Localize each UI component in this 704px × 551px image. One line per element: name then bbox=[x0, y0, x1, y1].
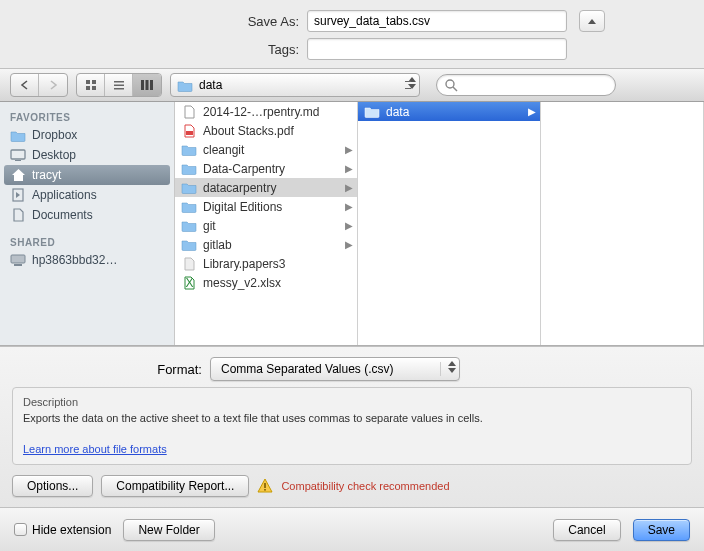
chevron-left-icon bbox=[20, 80, 29, 90]
list-view-button[interactable] bbox=[105, 74, 133, 96]
svg-line-11 bbox=[453, 87, 457, 91]
save-button[interactable]: Save bbox=[633, 519, 690, 541]
compatibility-warning: Compatibility check recommended bbox=[281, 480, 449, 492]
file-item-label: git bbox=[203, 219, 216, 233]
svg-rect-9 bbox=[150, 80, 153, 90]
search-icon bbox=[445, 79, 458, 92]
location-popup[interactable]: data bbox=[170, 73, 420, 97]
options-row: Options... Compatibility Report... Compa… bbox=[12, 475, 692, 497]
checkbox-box bbox=[14, 523, 27, 536]
file-item[interactable]: git▶ bbox=[175, 216, 357, 235]
chevron-right-icon: ▶ bbox=[345, 182, 353, 193]
sidebar-item-desktop[interactable]: Desktop bbox=[0, 145, 174, 165]
updown-icon bbox=[448, 361, 456, 373]
options-button[interactable]: Options... bbox=[12, 475, 93, 497]
app-icon bbox=[10, 188, 26, 202]
svg-rect-8 bbox=[146, 80, 149, 90]
forward-button[interactable] bbox=[39, 74, 67, 96]
format-panel: Format: Comma Separated Values (.csv) De… bbox=[0, 346, 704, 507]
file-item-label: Data-Carpentry bbox=[203, 162, 285, 176]
saveas-label: Save As: bbox=[99, 14, 299, 29]
file-item-label: About Stacks.pdf bbox=[203, 124, 294, 138]
back-button[interactable] bbox=[11, 74, 39, 96]
chevron-right-icon: ▶ bbox=[345, 201, 353, 212]
column-1[interactable]: 2014-12-…rpentry.mdAbout Stacks.pdfclean… bbox=[175, 102, 358, 345]
format-label: Format: bbox=[12, 362, 202, 377]
format-popup[interactable]: Comma Separated Values (.csv) bbox=[210, 357, 460, 381]
file-item[interactable]: 2014-12-…rpentry.md bbox=[175, 102, 357, 121]
sidebar: FAVORITES DropboxDesktoptracytApplicatio… bbox=[0, 102, 175, 345]
file-item-label: gitlab bbox=[203, 238, 232, 252]
folder-icon bbox=[177, 79, 193, 92]
doc-icon bbox=[10, 208, 26, 222]
location-label: data bbox=[199, 78, 222, 92]
favorites-header: FAVORITES bbox=[0, 108, 174, 125]
column-view-button[interactable] bbox=[133, 74, 161, 96]
file-item-label: Library.papers3 bbox=[203, 257, 286, 271]
sidebar-item-dropbox[interactable]: Dropbox bbox=[0, 125, 174, 145]
file-item[interactable]: Digital Editions▶ bbox=[175, 197, 357, 216]
file-item-label: datacarpentry bbox=[203, 181, 276, 195]
folder-icon bbox=[181, 181, 197, 195]
sidebar-item-tracyt[interactable]: tracyt bbox=[4, 165, 170, 185]
warning-icon bbox=[257, 478, 273, 494]
hide-extension-checkbox[interactable]: Hide extension bbox=[14, 523, 111, 537]
toolbar: data bbox=[0, 68, 704, 102]
file-item-label: messy_v2.xlsx bbox=[203, 276, 281, 290]
hide-extension-label: Hide extension bbox=[32, 523, 111, 537]
file-gray-icon bbox=[181, 257, 197, 271]
learn-more-link[interactable]: Learn more about file formats bbox=[23, 443, 167, 455]
nav-history bbox=[10, 73, 68, 97]
file-item[interactable]: gitlab▶ bbox=[175, 235, 357, 254]
file-item-label: data bbox=[386, 105, 409, 119]
saveas-input[interactable] bbox=[307, 10, 567, 32]
file-item-label: 2014-12-…rpentry.md bbox=[203, 105, 320, 119]
new-folder-button[interactable]: New Folder bbox=[123, 519, 214, 541]
svg-rect-6 bbox=[114, 88, 124, 90]
bottom-bar: Hide extension New Folder Cancel Save bbox=[0, 507, 704, 551]
tags-input[interactable] bbox=[307, 38, 567, 60]
icon-view-button[interactable] bbox=[77, 74, 105, 96]
folder-icon bbox=[181, 219, 197, 233]
search-input[interactable] bbox=[458, 78, 607, 92]
folder-icon bbox=[364, 105, 380, 119]
sidebar-item-label: Dropbox bbox=[32, 128, 77, 142]
folder-icon bbox=[181, 162, 197, 176]
svg-rect-15 bbox=[11, 255, 25, 263]
format-row: Format: Comma Separated Values (.csv) bbox=[12, 357, 692, 381]
file-item[interactable]: Library.papers3 bbox=[175, 254, 357, 273]
folder-icon bbox=[181, 143, 197, 157]
file-item[interactable]: Data-Carpentry▶ bbox=[175, 159, 357, 178]
columns-icon bbox=[140, 79, 154, 91]
sidebar-item-shared[interactable]: hp3863bbd32… bbox=[0, 250, 174, 270]
svg-rect-7 bbox=[141, 80, 144, 90]
svg-rect-2 bbox=[86, 86, 90, 90]
cancel-button[interactable]: Cancel bbox=[553, 519, 620, 541]
description-box: Description Exports the data on the acti… bbox=[12, 387, 692, 465]
file-item-label: cleangit bbox=[203, 143, 244, 157]
file-item[interactable]: Xmessy_v2.xlsx bbox=[175, 273, 357, 292]
home-icon bbox=[10, 168, 26, 182]
sidebar-item-label: Documents bbox=[32, 208, 93, 222]
disclosure-button[interactable] bbox=[579, 10, 605, 32]
svg-rect-0 bbox=[86, 80, 90, 84]
description-body: Exports the data on the active sheet to … bbox=[23, 412, 681, 424]
file-item[interactable]: About Stacks.pdf bbox=[175, 121, 357, 140]
view-mode bbox=[76, 73, 162, 97]
file-item[interactable]: cleangit▶ bbox=[175, 140, 357, 159]
tags-row: Tags: bbox=[99, 38, 605, 60]
svg-point-10 bbox=[446, 80, 454, 88]
chevron-right-icon: ▶ bbox=[345, 163, 353, 174]
compatibility-button[interactable]: Compatibility Report... bbox=[101, 475, 249, 497]
sidebar-item-applications[interactable]: Applications bbox=[0, 185, 174, 205]
column-3[interactable] bbox=[541, 102, 704, 345]
file-item[interactable]: data▶ bbox=[358, 102, 540, 121]
sidebar-item-documents[interactable]: Documents bbox=[0, 205, 174, 225]
svg-rect-16 bbox=[14, 264, 22, 266]
svg-rect-4 bbox=[114, 81, 124, 83]
column-2[interactable]: data▶ bbox=[358, 102, 541, 345]
svg-rect-20 bbox=[265, 489, 267, 491]
search-field[interactable] bbox=[436, 74, 616, 96]
file-item[interactable]: datacarpentry▶ bbox=[175, 178, 357, 197]
svg-text:X: X bbox=[185, 276, 193, 290]
